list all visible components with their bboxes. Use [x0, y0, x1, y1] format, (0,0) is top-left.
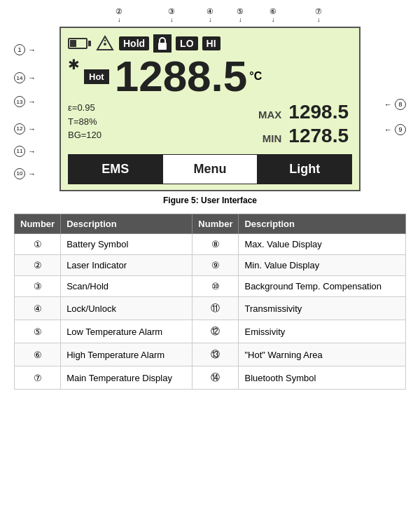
- arrow-down-6: ↓: [272, 16, 275, 23]
- reference-table: Number Description Number Description ①B…: [14, 214, 406, 390]
- arrow-left-8: ←: [384, 100, 392, 109]
- svg-point-2: [104, 40, 106, 41]
- circled-12: 12: [14, 123, 25, 135]
- table-desc1: High Temperature Alarm: [61, 343, 192, 366]
- figure-caption: Figure 5: User Interface: [14, 195, 406, 205]
- table-row: ①Battery Symbol⑧Max. Value Display: [15, 234, 406, 255]
- min-value: 1278.5: [288, 125, 349, 147]
- light-button[interactable]: Light: [258, 154, 352, 184]
- table-desc2: "Hot" Warning Area: [239, 343, 406, 366]
- arrow-down-5: ↓: [239, 16, 242, 23]
- table-desc2: Background Temp. Compensation: [239, 276, 406, 297]
- min-label: MIN: [257, 132, 281, 144]
- svg-point-1: [104, 43, 106, 46]
- circled-11: 11: [14, 146, 25, 157]
- arrow-down-7: ↓: [317, 16, 321, 23]
- svg-rect-3: [158, 43, 167, 50]
- min-row: MIN 1278.5: [257, 125, 349, 147]
- top-annotations: ② ③ ④ ⑤ ⑥ ⑦ ↓ ↓ ↓ ↓ ↓ ↓: [59, 7, 360, 27]
- annot-4: ④: [206, 7, 214, 16]
- arrow-right-14: →: [28, 74, 36, 82]
- data-row: ε=0.95 T=88% BG=120 MAX 1298.5 MIN 1278.…: [68, 101, 352, 149]
- circled-13: 13: [14, 96, 25, 107]
- lo-badge: LO: [176, 36, 197, 50]
- table-num2: ⑪: [192, 297, 239, 320]
- left-ann-12: 12 →: [14, 123, 56, 135]
- left-ann-11: 11 →: [14, 146, 56, 157]
- table-num1: ①: [15, 234, 61, 255]
- arrow-down-2: ↓: [118, 16, 121, 23]
- circled-1: 1: [14, 44, 25, 55]
- table-desc2: Min. Value Display: [239, 255, 406, 276]
- arrow-right-10: →: [28, 170, 36, 178]
- table-num1: ⑤: [15, 320, 61, 343]
- table-desc2: Emissivity: [239, 320, 406, 343]
- max-min-section: MAX 1298.5 MIN 1278.5: [115, 101, 352, 149]
- table-desc1: Battery Symbol: [61, 234, 192, 255]
- buttons-row: EMS Menu Light: [68, 154, 352, 184]
- col-header-desc2: Description: [239, 214, 406, 234]
- menu-button[interactable]: Menu: [162, 154, 257, 184]
- table-desc1: Laser Indicator: [61, 255, 192, 276]
- table-num2: ⑫: [192, 320, 239, 343]
- table-desc1: Main Temperature Display: [61, 366, 192, 390]
- transmissivity-value: T=88%: [68, 115, 102, 129]
- bluetooth-icon: ✱: [68, 56, 80, 73]
- table-num1: ⑦: [15, 366, 61, 390]
- max-value: 1298.5: [288, 101, 349, 123]
- table-row: ④Lock/Unlock⑪Transmissivity: [15, 297, 406, 320]
- arrow-right-13: →: [28, 97, 36, 106]
- ems-button[interactable]: EMS: [68, 154, 162, 184]
- col-header-desc1: Description: [61, 214, 192, 234]
- left-ann-10: 10 →: [14, 168, 56, 179]
- table-num1: ⑥: [15, 343, 61, 366]
- table-desc1: Low Temperature Alarm: [61, 320, 192, 343]
- right-ann-8: ← 8: [384, 99, 406, 110]
- table-desc1: Lock/Unlock: [61, 297, 192, 320]
- degree-symbol: °C: [249, 70, 262, 83]
- arrow-down-4: ↓: [209, 16, 212, 23]
- circled-8: 8: [395, 99, 406, 110]
- table-num1: ③: [15, 276, 61, 297]
- max-label: MAX: [257, 109, 281, 121]
- main-temperature: 1288.5: [115, 55, 248, 98]
- circled-10: 10: [14, 168, 25, 179]
- table-num2: ⑧: [192, 234, 239, 255]
- lock-icon: [153, 34, 172, 53]
- col-header-number1: Number: [15, 214, 61, 234]
- table-row: ⑦Main Temperature Display⑭Bluetooth Symb…: [15, 366, 406, 390]
- circled-9: 9: [395, 124, 406, 135]
- table-desc2: Max. Value Display: [239, 234, 406, 255]
- col-header-number2: Number: [192, 214, 239, 234]
- left-ann-13: 13 →: [14, 96, 56, 107]
- left-annotations: 1 → 14 → 13 → 12 → 11 → 10 →: [14, 27, 56, 191]
- hi-badge: HI: [202, 36, 220, 50]
- left-ann-1: 1 →: [14, 44, 56, 55]
- annot-3: ③: [168, 7, 175, 16]
- display-area: 1 → 14 → 13 → 12 → 11 → 10 →: [14, 27, 406, 191]
- table-desc2: Transmissivity: [239, 297, 406, 320]
- circled-14: 14: [14, 72, 25, 83]
- hold-badge: Hold: [119, 36, 149, 50]
- right-ann-9: ← 9: [384, 124, 406, 135]
- laser-indicator: [95, 34, 115, 53]
- annot-7: ⑦: [315, 7, 322, 16]
- arrow-right-12: →: [28, 125, 36, 133]
- hot-badge: Hot: [84, 69, 109, 84]
- table-row: ②Laser Indicator⑨Min. Value Display: [15, 255, 406, 276]
- table-num2: ⑭: [192, 366, 239, 390]
- arrow-right-11: →: [28, 147, 36, 156]
- annot-6: ⑥: [270, 7, 276, 16]
- battery-symbol: [68, 38, 91, 49]
- table-row: ⑤Low Temperature Alarm⑫Emissivity: [15, 320, 406, 343]
- table-num2: ⑩: [192, 276, 239, 297]
- display-screen: Hold LO HI ✱ Hot 1288.5 °C: [59, 27, 360, 191]
- background-value: BG=120: [68, 128, 102, 142]
- table-row: ③Scan/Hold⑩Background Temp. Compensation: [15, 276, 406, 297]
- emissivity-value: ε=0.95: [68, 101, 102, 115]
- arrow-left-9: ←: [384, 125, 392, 134]
- table-num2: ⑨: [192, 255, 239, 276]
- arrow-right-1: →: [28, 46, 36, 54]
- main-display-row: ✱ Hot 1288.5 °C: [68, 55, 352, 98]
- table-desc2: Bluetooth Symbol: [239, 366, 406, 390]
